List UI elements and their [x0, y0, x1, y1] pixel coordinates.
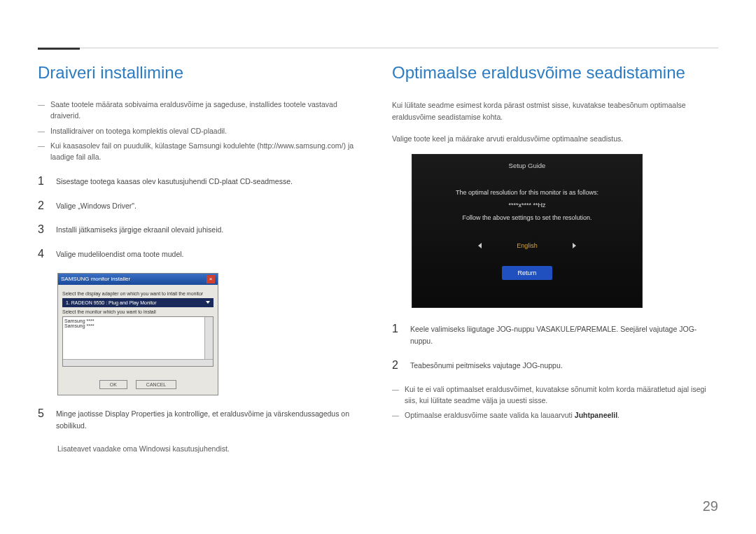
step-2: 2 Valige „Windows Driver". [38, 200, 364, 212]
right-heading: Optimaalse eraldusvõime seadistamine [392, 63, 718, 83]
horizontal-scrollbar[interactable] [63, 359, 213, 366]
step-number: 1 [38, 176, 46, 187]
right-steps: 1 Keele valimiseks liigutage JOG-nuppu V… [392, 323, 718, 371]
left-extra: Lisateavet vaadake oma Windowsi kasutusj… [57, 444, 364, 453]
step-number: 3 [38, 224, 46, 235]
ok-button[interactable]: OK [99, 380, 127, 389]
note2-pre: Optimaalse eraldusvõime saate valida ka … [405, 411, 575, 419]
list-item[interactable]: Samsung **** [64, 318, 211, 323]
setup-guide-osd: Setup Guide The optimal resolution for t… [412, 154, 643, 308]
left-steps: 1 Sisestage tootega kaasas olev kasutusj… [38, 176, 364, 260]
page-content: Draiveri installimine Saate tootele määr… [0, 0, 756, 474]
left-notes: Saate tootele määrata sobivaima eraldusv… [38, 99, 364, 163]
installer-titlebar: SAMSUNG monitor installer × [58, 274, 218, 285]
right-intro1: Kui lülitate seadme esimest korda pärast… [392, 99, 718, 123]
step-number: 2 [38, 200, 46, 211]
step-text: Teabesõnumi peitmiseks vajutage JOG-nupp… [410, 360, 718, 372]
header-rule [38, 48, 718, 48]
chevron-down-icon [206, 301, 210, 304]
right-column: Optimaalse eraldusvõime seadistamine Kui… [392, 42, 718, 453]
osd-line2: Follow the above settings to set the res… [462, 214, 592, 221]
step-number: 4 [38, 248, 46, 260]
header-rule-accent [38, 48, 80, 50]
step-1: 1 Keele valimiseks liigutage JOG-nuppu V… [392, 323, 718, 347]
step-text: Valige „Windows Driver". [56, 200, 364, 212]
right-intro2: Valige toote keel ja määrake arvuti eral… [392, 133, 718, 145]
osd-resolution: ****x**** **Hz [508, 202, 545, 209]
left-heading: Draiveri installimine [38, 63, 364, 83]
language-selector: English [478, 242, 576, 249]
step-text: Minge jaotisse Display Properties ja kon… [56, 408, 364, 432]
note-item: Kui kaasasolev fail on puudulik, külasta… [38, 141, 364, 163]
installer-body: Select the display adapter on which you … [58, 285, 218, 373]
note-item: Optimaalse eraldusvõime saate valida ka … [392, 410, 718, 421]
language-value: English [517, 242, 538, 249]
installer-label2: Select the monitor which you want to ins… [62, 309, 214, 314]
note2-bold: Juhtpaneelil [575, 411, 617, 419]
installer-buttons: OK CANCEL [58, 380, 218, 389]
return-button[interactable]: Return [502, 266, 552, 280]
osd-title: Setup Guide [509, 162, 546, 169]
arrow-left-icon[interactable] [478, 243, 482, 248]
left-column: Draiveri installimine Saate tootele määr… [38, 42, 364, 453]
step-text: Sisestage tootega kaasas olev kasutusjuh… [56, 176, 364, 188]
arrow-right-icon[interactable] [573, 243, 576, 248]
note-item: Saate tootele määrata sobivaima eraldusv… [38, 99, 364, 122]
cancel-button[interactable]: CANCEL [136, 380, 176, 389]
step-4: 4 Valige mudeliloendist oma toote mudel. [38, 248, 364, 260]
step-number: 1 [392, 323, 400, 335]
monitor-listbox[interactable]: Samsung **** Samsung **** [62, 316, 214, 367]
right-notes: Kui te ei vali optimaalset eraldusvõimet… [392, 384, 718, 421]
step-text: Installi jätkamiseks järgige ekraanil ol… [56, 224, 364, 236]
step-2: 2 Teabesõnumi peitmiseks vajutage JOG-nu… [392, 360, 718, 372]
list-item[interactable]: Samsung **** [64, 323, 211, 328]
step-1: 1 Sisestage tootega kaasas olev kasutusj… [38, 176, 364, 188]
step-5: 5 Minge jaotisse Display Properties ja k… [38, 408, 364, 432]
adapter-dropdown[interactable]: 1. RADEON 9550 : Plug and Play Monitor [62, 298, 214, 307]
step-number: 5 [38, 408, 46, 419]
installer-window: SAMSUNG monitor installer × Select the d… [57, 273, 218, 395]
close-icon[interactable]: × [206, 275, 215, 283]
dropdown-value: 1. RADEON 9550 : Plug and Play Monitor [66, 300, 157, 305]
page-number: 29 [703, 498, 718, 514]
note-item: Kui te ei vali optimaalset eraldusvõimet… [392, 384, 718, 407]
vertical-scrollbar[interactable] [204, 317, 213, 359]
step-number: 2 [392, 360, 400, 371]
step-3: 3 Installi jätkamiseks järgige ekraanil … [38, 224, 364, 236]
step-text: Keele valimiseks liigutage JOG-nuppu VAS… [410, 323, 718, 347]
note-item: Installidraiver on tootega komplektis ol… [38, 126, 364, 137]
installer-title-text: SAMSUNG monitor installer [61, 276, 130, 282]
osd-line1: The optimal resolution for this monitor … [456, 189, 598, 196]
step-text: Valige mudeliloendist oma toote mudel. [56, 248, 364, 260]
installer-label1: Select the display adapter on which you … [62, 291, 214, 296]
note2-post: . [617, 411, 620, 419]
